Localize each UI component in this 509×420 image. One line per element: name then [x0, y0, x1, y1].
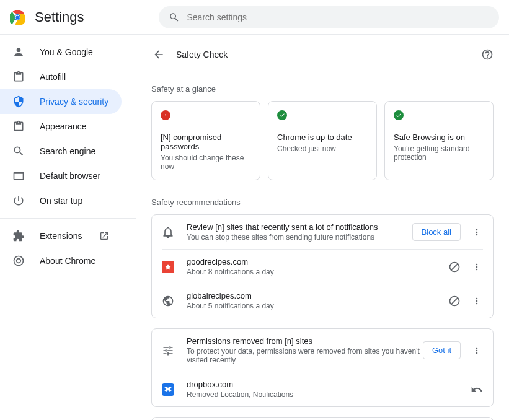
permissions-header-row: Permissions removed from [n] sites To pr… — [152, 329, 493, 372]
site-info: About 8 notifications a day — [187, 268, 438, 276]
more-menu-button[interactable] — [471, 296, 483, 306]
site-favicon-icon — [162, 261, 174, 273]
undo-icon[interactable] — [471, 383, 483, 396]
extension-icon — [12, 230, 25, 242]
site-info: Removed Location, Notifications — [187, 390, 461, 399]
sidebar-item-you-and-google[interactable]: You & Google — [0, 40, 122, 64]
site-name: goodrecipes.com — [187, 257, 438, 266]
card-subtitle: You're getting standard protection — [394, 144, 484, 162]
card-safe-browsing[interactable]: Safe Browsing is on You're getting stand… — [384, 101, 494, 180]
block-icon[interactable] — [448, 295, 461, 307]
svg-point-2 — [15, 15, 19, 19]
more-menu-button[interactable] — [471, 227, 483, 237]
site-row: goodrecipes.com About 8 notifications a … — [152, 250, 493, 284]
card-compromised-passwords[interactable]: [N] compromised passwords You should cha… — [151, 101, 260, 180]
power-icon — [12, 195, 25, 207]
search-box[interactable] — [159, 6, 500, 28]
clipboard-icon — [12, 71, 25, 83]
sidebar-item-extensions[interactable]: Extensions — [0, 224, 122, 248]
sidebar-item-privacy-security[interactable]: Privacy & security — [0, 89, 122, 114]
back-button[interactable] — [151, 47, 166, 62]
more-vert-icon — [472, 346, 482, 356]
site-name: dropbox.com — [187, 380, 461, 389]
row-title: Review [n] sites that recently sent a lo… — [187, 222, 412, 232]
sidebar-separator — [0, 218, 136, 219]
site-name: globalrecipes.com — [187, 291, 438, 300]
recs-heading: Safety recommendations — [151, 198, 494, 207]
card-subtitle: Checked just now — [277, 144, 368, 153]
block-all-button[interactable]: Block all — [412, 223, 461, 241]
row-subtitle: You can stop these sites from sending fu… — [187, 233, 412, 242]
sidebar-item-label: Autofill — [40, 72, 66, 82]
block-icon[interactable] — [448, 261, 461, 273]
search-input[interactable] — [187, 12, 490, 22]
card-title: Chrome is up to date — [277, 133, 368, 142]
more-menu-button[interactable] — [471, 262, 483, 272]
search-icon — [169, 12, 180, 23]
notifications-header-row: Review [n] sites that recently sent a lo… — [152, 215, 493, 249]
sidebar-item-label: Extensions — [40, 231, 99, 241]
shield-icon — [12, 95, 25, 108]
sidebar-item-label: About Chrome — [40, 256, 95, 266]
paint-icon — [12, 120, 25, 133]
sidebar-item-search-engine[interactable]: Search engine — [0, 139, 122, 164]
got-it-button[interactable]: Got it — [423, 341, 461, 359]
sidebar-item-label: Search engine — [40, 146, 95, 156]
site-row: globalrecipes.com About 5 notifications … — [152, 284, 493, 318]
sidebar-item-label: Default browser — [40, 171, 100, 181]
dropbox-favicon-icon — [162, 383, 174, 396]
chrome-logo-icon — [10, 10, 25, 25]
sidebar-item-autofill[interactable]: Autofill — [0, 64, 122, 89]
more-vert-icon — [472, 262, 482, 272]
card-subtitle: You should change these now — [161, 154, 251, 171]
more-menu-button[interactable] — [471, 346, 483, 356]
sidebar-item-label: Privacy & security — [40, 97, 108, 107]
subheader: Safety Check — [151, 42, 494, 67]
sidebar-item-appearance[interactable]: Appearance — [0, 114, 122, 139]
glance-heading: Safety at a glance — [151, 84, 494, 94]
tune-icon — [162, 344, 174, 357]
chrome-outline-icon — [12, 255, 25, 267]
sidebar-item-on-startup[interactable]: On star tup — [0, 188, 122, 213]
open-external-icon — [99, 231, 109, 241]
main-content: Safety Check Safety at a glance [N] comp… — [136, 35, 508, 420]
arrow-back-icon — [153, 48, 165, 61]
help-icon[interactable] — [481, 48, 494, 61]
row-subtitle: To protect your data, permissions were r… — [187, 347, 423, 364]
card-chrome-up-to-date[interactable]: Chrome is up to date Checked just now — [268, 101, 377, 180]
sidebar: You & Google Autofill Privacy & security… — [0, 35, 136, 420]
extensions-panel: Review [n] extensions that were taken do… — [151, 417, 494, 420]
site-row: dropbox.com Removed Location, Notificati… — [152, 372, 493, 406]
sidebar-item-label: On star tup — [40, 196, 82, 206]
permissions-panel: Permissions removed from [n] sites To pr… — [151, 328, 494, 407]
alert-badge-icon — [161, 110, 170, 120]
card-title: Safe Browsing is on — [394, 133, 484, 142]
check-badge-icon — [277, 110, 287, 120]
check-badge-icon — [394, 110, 404, 120]
app-header: Settings — [0, 0, 509, 35]
search-icon — [12, 145, 25, 157]
row-title: Permissions removed from [n] sites — [187, 336, 423, 346]
globe-icon — [162, 295, 174, 307]
app-title: Settings — [35, 9, 84, 25]
extensions-row: Review [n] extensions that were taken do… — [152, 418, 493, 420]
browser-icon — [12, 170, 25, 182]
glance-cards: [N] compromised passwords You should cha… — [151, 101, 494, 180]
sidebar-item-label: You & Google — [40, 47, 93, 57]
site-info: About 5 notifications a day — [187, 302, 438, 310]
person-icon — [12, 46, 25, 58]
bell-icon — [162, 226, 174, 238]
page-title: Safety Check — [176, 50, 481, 59]
sidebar-item-label: Appearance — [40, 121, 87, 131]
card-title: [N] compromised passwords — [161, 133, 251, 151]
sidebar-item-default-browser[interactable]: Default browser — [0, 164, 122, 188]
more-vert-icon — [472, 227, 482, 237]
more-vert-icon — [472, 296, 482, 306]
sidebar-item-about-chrome[interactable]: About Chrome — [0, 248, 122, 273]
notifications-panel: Review [n] sites that recently sent a lo… — [151, 214, 494, 318]
